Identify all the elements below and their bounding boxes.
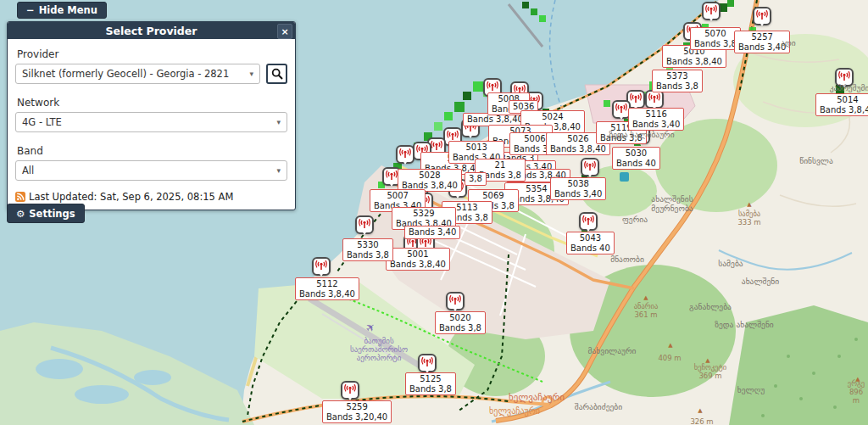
coverage-cell (444, 112, 453, 120)
last-updated-text: Last Updated: Sat, Sep 6, 2025, 08:15 AM (29, 191, 233, 203)
tower-label[interactable]: 5070Bands 3,8 (690, 27, 741, 50)
place-label: ხელვაჩაური (489, 406, 540, 416)
poi-icon (620, 172, 629, 182)
coverage-cell (463, 92, 471, 100)
hide-menu-label: Hide Menu (39, 4, 97, 16)
search-icon (271, 68, 283, 80)
coverage-cell (434, 122, 442, 131)
tower-icon[interactable] (579, 212, 598, 231)
tower-label[interactable]: Bands 3,40 (404, 226, 460, 239)
tower-label[interactable]: 5112Bands 3,8,40 (295, 277, 359, 300)
settings-button[interactable]: ⚙ Settings (7, 204, 85, 223)
panel-title: Select Provider (106, 25, 198, 37)
tower-icon[interactable] (418, 354, 437, 372)
chevron-down-icon: ▾ (276, 118, 281, 126)
network-label: Network (17, 97, 287, 109)
place-label: ანარია 361 m (634, 302, 659, 319)
network-value: 4G - LTE (22, 116, 62, 128)
tower-label[interactable]: 5043Bands 40 (566, 232, 615, 254)
band-value: All (22, 165, 34, 176)
place-label: განახლება (689, 302, 732, 311)
place-label: სამება (718, 259, 743, 268)
place-label: ხეჩოკეტი 369 m (694, 363, 727, 380)
provider-label: Provider (17, 48, 287, 60)
place-label: ახალშენი (742, 277, 779, 286)
hide-menu-button[interactable]: − Hide Menu (17, 2, 107, 19)
provider-select[interactable]: Silknet (formerly Geocell) - Georgia - 2… (15, 64, 260, 84)
close-icon[interactable]: × (277, 24, 292, 39)
band-select[interactable]: All ▾ (15, 160, 287, 181)
place-label: ერგე 896 m (848, 379, 865, 405)
place-label: ზედა ახალშენი (715, 320, 774, 329)
band-label: Band (17, 145, 287, 157)
place-label: 326 m (690, 417, 713, 425)
tower-label[interactable]: 3,8 (465, 172, 487, 186)
place-label: სამება 333 m (737, 210, 760, 226)
tower-icon[interactable] (835, 68, 854, 87)
place-label: ხელღუ (737, 385, 765, 394)
tower-label[interactable]: 5030Bands 40 (612, 147, 660, 170)
coverage-cell (727, 0, 734, 7)
tower-label[interactable]: 5038Bands 3,40 (550, 177, 606, 200)
tower-icon[interactable] (702, 2, 721, 20)
tower-icon[interactable] (341, 381, 359, 400)
peak-marker: ▲ (643, 294, 648, 301)
rss-icon (15, 192, 25, 202)
place-label: წინსვლა (799, 156, 833, 165)
search-button[interactable] (266, 64, 287, 84)
peak-marker: ▲ (698, 407, 702, 414)
tower-icon[interactable] (581, 158, 599, 176)
chevron-down-icon: ▾ (276, 166, 281, 175)
minus-icon: − (26, 4, 35, 16)
tower-label[interactable]: 5028Bands 3,8,40 (398, 169, 462, 192)
tower-icon[interactable] (753, 7, 771, 25)
tower-label[interactable]: 5259Bands 3,20,40 (322, 400, 392, 423)
tower-icon[interactable] (312, 257, 331, 276)
peak-marker: ▲ (747, 201, 751, 208)
tower-label[interactable]: 5014Bands 3,8,40 (815, 93, 868, 116)
coverage-cell (473, 81, 483, 92)
tower-label[interactable]: 5020Bands 3,8 (435, 311, 486, 334)
tower-icon[interactable] (645, 90, 664, 109)
tower-icon[interactable] (355, 215, 374, 234)
chevron-down-icon: ▾ (249, 70, 253, 78)
peak-marker: ▲ (668, 342, 672, 349)
coverage-cell (604, 100, 610, 107)
select-provider-panel: Select Provider × Provider Silknet (form… (7, 21, 296, 210)
coverage-cell (531, 8, 537, 15)
place-label: შარაბიძეები (575, 402, 622, 411)
coverage-cell (522, 2, 529, 8)
coverage-cell (539, 15, 546, 22)
settings-label: Settings (29, 208, 75, 220)
tower-icon[interactable] (446, 292, 465, 310)
place-label: ახალშენის მეურნეობა (651, 194, 693, 213)
place-label: მნათობი (610, 254, 644, 264)
tower-label[interactable]: 5373Bands 3,8 (652, 70, 703, 92)
place-label: ფერია (622, 215, 648, 224)
tower-label[interactable]: 5257Bands 3,40 (734, 31, 790, 53)
tower-label[interactable]: 5001Bands 3,8,40 (386, 248, 450, 271)
gear-icon: ⚙ (16, 208, 25, 220)
place-label: ბათუმის საერთაშორისო აეროპორტი (350, 337, 408, 362)
coverage-cell (454, 102, 465, 112)
peak-marker: ▲ (705, 357, 709, 364)
tower-label[interactable]: 5116Bands 3,40 (628, 108, 684, 131)
provider-value: Silknet (formerly Geocell) - Georgia - 2… (22, 68, 229, 80)
tower-label[interactable]: 5125Bands 3,8 (405, 372, 456, 395)
place-label: ხელვაჩაური (509, 392, 565, 403)
panel-header[interactable]: Select Provider × (8, 22, 295, 39)
peak-marker: ▲ (855, 376, 860, 383)
tower-label[interactable]: 5330Bands 3,8 (342, 238, 393, 261)
place-label: მახვილაური (588, 346, 637, 355)
network-select[interactable]: 4G - LTE ▾ (15, 112, 287, 132)
tower-icon[interactable] (396, 145, 415, 164)
place-label: 409 m (658, 354, 681, 362)
